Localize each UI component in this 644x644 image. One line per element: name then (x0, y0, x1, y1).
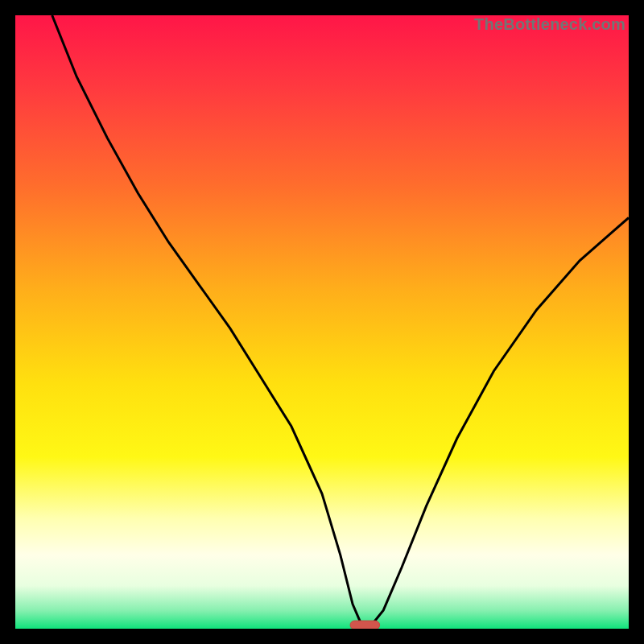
plot-area: TheBottleneck.com (15, 15, 629, 629)
watermark-text: TheBottleneck.com (474, 15, 625, 34)
bottleneck-chart (15, 15, 629, 629)
chart-frame: TheBottleneck.com (0, 0, 644, 644)
gradient-background (15, 15, 629, 629)
optimal-marker (350, 621, 380, 629)
